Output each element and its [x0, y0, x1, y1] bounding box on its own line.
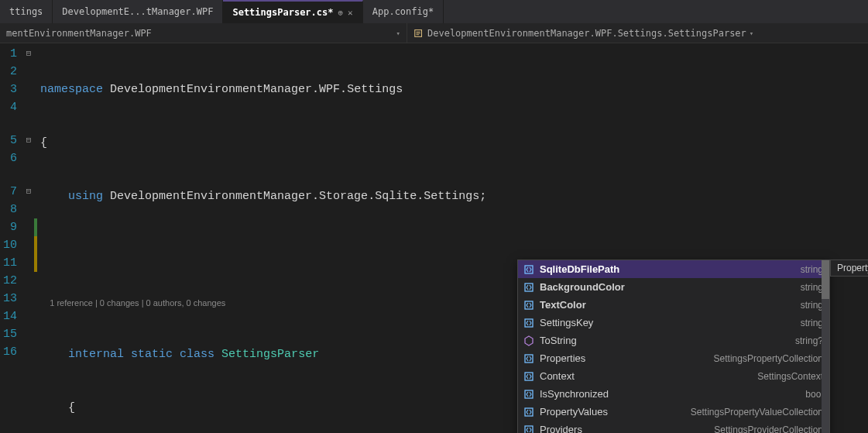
intellisense-item-name: IsSynchronized: [540, 388, 801, 400]
intellisense-item[interactable]: SettingsKeystring: [518, 314, 829, 332]
intellisense-item-type: string: [801, 300, 823, 311]
intellisense-item-type: SettingsPropertyValueCollection: [691, 407, 823, 418]
breadcrumb-member[interactable]: DevelopmentEnvironmentManager.WPF.Settin…: [407, 23, 760, 43]
intellisense-popup[interactable]: SqliteDbFilePathstringBackgroundColorstr…: [517, 259, 830, 433]
intellisense-tooltip: Property: [830, 259, 868, 277]
property-icon: [523, 299, 535, 311]
intellisense-item-type: string: [801, 264, 823, 275]
svg-rect-9: [525, 426, 533, 434]
tab-bar: ttings DevelopmentE...tManager.WPF Setti…: [0, 0, 868, 23]
intellisense-item-type: string?: [795, 335, 823, 346]
intellisense-item-type: string: [801, 318, 823, 328]
intellisense-item-name: SqliteDbFilePath: [540, 263, 796, 275]
intellisense-item[interactable]: SqliteDbFilePathstring: [518, 260, 829, 278]
intellisense-item-type: bool: [805, 389, 823, 400]
intellisense-item[interactable]: TextColorstring: [518, 296, 829, 314]
intellisense-item-name: Properties: [540, 352, 709, 364]
tab-settingsparser[interactable]: SettingsParser.cs* ⊕ ✕: [223, 0, 362, 23]
intellisense-item-name: Context: [540, 370, 753, 382]
breadcrumb-bar: mentEnvironmentManager.WPF ▾ Development…: [0, 23, 868, 43]
scrollbar-thumb[interactable]: [822, 260, 829, 299]
property-icon: [523, 370, 535, 383]
intellisense-item-name: BackgroundColor: [540, 281, 796, 293]
property-icon: [523, 352, 535, 365]
close-icon[interactable]: ✕: [348, 8, 353, 18]
intellisense-item-name: ToString: [540, 335, 791, 346]
chevron-down-icon: ▾: [750, 29, 753, 37]
line-gutter: 1 2 3 4 5 6 7 8 9 10 11 12 13 14 15 16: [0, 43, 23, 433]
property-icon: [523, 317, 535, 329]
intellisense-item-type: string: [801, 282, 823, 293]
breadcrumb-scope[interactable]: mentEnvironmentManager.WPF ▾: [0, 23, 407, 43]
intellisense-item-name: TextColor: [540, 299, 796, 311]
intellisense-item-name: Providers: [540, 424, 709, 433]
pin-icon[interactable]: ⊕: [338, 8, 343, 18]
change-markers: [34, 43, 40, 433]
tab-devmanager[interactable]: DevelopmentE...tManager.WPF: [53, 0, 223, 23]
intellisense-item-type: SettingsContext: [757, 371, 823, 382]
property-icon: [523, 281, 535, 294]
intellisense-item[interactable]: BackgroundColorstring: [518, 278, 829, 296]
intellisense-item[interactable]: PropertiesSettingsPropertyCollection: [518, 349, 829, 367]
class-icon: [413, 28, 424, 39]
intellisense-item[interactable]: IsSynchronizedbool: [518, 385, 829, 403]
property-icon: [523, 263, 535, 276]
intellisense-item[interactable]: ToStringstring?: [518, 332, 829, 349]
tab-settings[interactable]: ttings: [0, 0, 53, 23]
scrollbar[interactable]: [822, 260, 829, 433]
intellisense-item-type: SettingsPropertyCollection: [714, 353, 823, 364]
intellisense-item[interactable]: PropertyValuesSettingsPropertyValueColle…: [518, 403, 829, 421]
intellisense-item-name: PropertyValues: [540, 406, 686, 418]
chevron-down-icon: ▾: [396, 29, 400, 37]
intellisense-item[interactable]: ContextSettingsContext: [518, 367, 829, 385]
tab-appconfig[interactable]: App.config*: [363, 0, 444, 23]
property-icon: [523, 388, 535, 400]
intellisense-item[interactable]: ProvidersSettingsProviderCollection: [518, 421, 829, 433]
property-icon: [523, 406, 535, 418]
intellisense-item-type: SettingsProviderCollection: [714, 424, 823, 434]
method-icon: [523, 335, 535, 347]
intellisense-item-name: SettingsKey: [540, 317, 796, 328]
property-icon: [523, 424, 535, 434]
fold-gutter[interactable]: ⊟ ⊟ ⊟: [23, 43, 34, 433]
